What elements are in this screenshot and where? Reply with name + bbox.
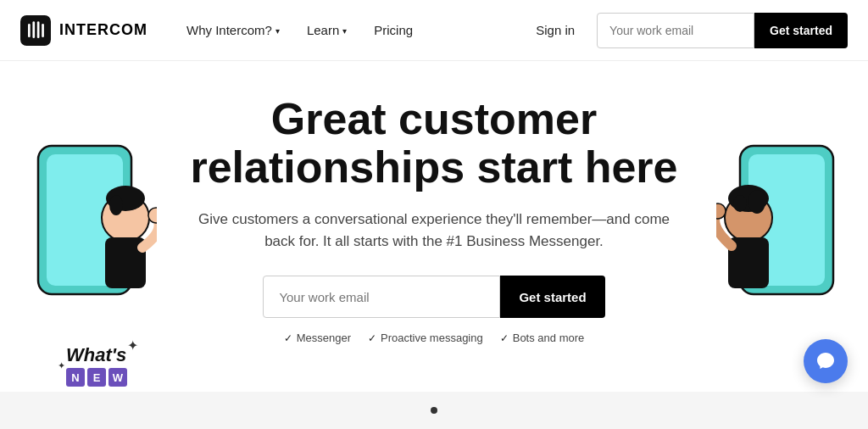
nav-why-intercom[interactable]: Why Intercom? ▾ (175, 16, 292, 44)
new-letter-n: N (66, 368, 85, 387)
svg-rect-0 (20, 15, 51, 46)
svg-rect-2 (32, 21, 35, 38)
svg-rect-1 (28, 23, 31, 36)
hero-title: Great customer relationships start here (190, 95, 677, 192)
chevron-down-icon: ▾ (275, 26, 280, 36)
illustration-right (716, 129, 848, 353)
carousel-bar (0, 392, 868, 429)
check-messenger: ✓ Messenger (284, 332, 351, 344)
logo-text: INTERCOM (59, 21, 147, 39)
check-bots: ✓ Bots and more (500, 332, 585, 344)
svg-point-19 (716, 203, 726, 219)
checkmark-icon: ✓ (368, 332, 376, 344)
svg-point-17 (733, 195, 747, 212)
nav-signin[interactable]: Sign in (524, 16, 587, 44)
checkmark-icon: ✓ (500, 332, 509, 344)
logo[interactable]: INTERCOM (20, 15, 147, 46)
nav-links: Why Intercom? ▾ Learn ▾ Pricing (175, 16, 524, 44)
nav-email-form: Get started (597, 13, 848, 48)
sparkle-left-icon: ✦ (127, 337, 138, 354)
check-proactive-messaging: ✓ Proactive messaging (368, 332, 483, 344)
svg-rect-3 (37, 21, 40, 38)
chat-bubble-icon (815, 351, 836, 371)
hero-section: Great customer relationships start here … (0, 61, 868, 429)
chat-widget-button[interactable] (804, 339, 848, 383)
checkmark-icon: ✓ (284, 332, 292, 344)
intercom-logo-icon (20, 15, 51, 46)
navbar: INTERCOM Why Intercom? ▾ Learn ▾ Pricing… (0, 0, 868, 61)
hero-get-started-button[interactable]: Get started (500, 276, 604, 318)
new-letter-e: E (87, 368, 106, 387)
new-letters: N E W (66, 368, 127, 387)
hero-email-input[interactable] (263, 276, 500, 318)
carousel-dot-active[interactable] (431, 407, 437, 414)
illustration-left (25, 129, 157, 353)
svg-point-16 (748, 190, 765, 214)
sparkle-right-icon: ✦ (58, 360, 65, 371)
new-letter-w: W (108, 368, 127, 387)
whats-new-badge[interactable]: What's ✦ ✦ N E W (66, 344, 127, 387)
nav-get-started-button[interactable]: Get started (754, 13, 848, 48)
whats-new-title: What's (66, 344, 126, 365)
svg-point-9 (109, 195, 123, 215)
hero-feature-checks: ✓ Messenger ✓ Proactive messaging ✓ Bots… (284, 332, 585, 344)
chevron-down-icon: ▾ (342, 26, 347, 36)
nav-email-input[interactable] (597, 13, 754, 48)
hero-subtitle: Give customers a conversational experien… (197, 209, 671, 252)
nav-learn[interactable]: Learn ▾ (295, 16, 359, 44)
nav-pricing[interactable]: Pricing (362, 16, 425, 44)
svg-rect-4 (42, 23, 44, 36)
hero-email-form: Get started (263, 276, 604, 318)
